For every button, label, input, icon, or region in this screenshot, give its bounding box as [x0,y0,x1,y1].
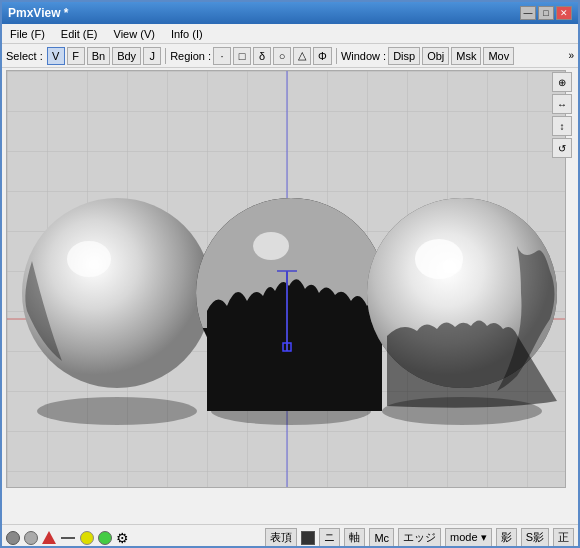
shape-btn-rect[interactable]: □ [233,47,251,65]
toolbar-sep-1 [165,48,166,64]
window-label: Window : [341,50,386,62]
maximize-button[interactable]: □ [538,6,554,20]
title-bar: PmxView * — □ ✕ [2,2,578,24]
svg-point-20 [442,258,462,274]
menu-file[interactable]: File (F) [6,26,49,42]
status-btn-jiku[interactable]: 軸 [344,528,365,548]
status-color-box[interactable] [301,531,315,545]
menu-bar: File (F) Edit (E) View (V) Info (I) [2,24,578,44]
status-gear-icon[interactable]: ⚙ [116,530,129,546]
toolbar-overflow[interactable]: » [568,50,574,61]
status-icon-2 [24,531,38,545]
select-btn-bn[interactable]: Bn [87,47,110,65]
close-button[interactable]: ✕ [556,6,572,20]
menu-edit[interactable]: Edit (E) [57,26,102,42]
window-frame: PmxView * — □ ✕ File (F) Edit (E) View (… [0,0,580,548]
svg-point-5 [22,198,212,388]
window-btn-msk[interactable]: Msk [451,47,481,65]
select-btn-j[interactable]: J [143,47,161,65]
status-btn-mode[interactable]: mode ▾ [445,528,492,548]
status-btn-sei[interactable]: 正 [553,528,574,548]
status-triangle-icon [42,531,56,544]
status-btn-kage[interactable]: 影 [496,528,517,548]
region-label: Region : [170,50,211,62]
status-icon-1 [6,531,20,545]
status-bar: ⚙ 表頂 ニ 軸 Mc エッジ mode ▾ 影 S影 正 [2,524,578,548]
select-btn-v[interactable]: V [47,47,65,65]
window-btn-disp[interactable]: Disp [388,47,420,65]
window-controls: — □ ✕ [520,6,572,20]
viewport-svg [6,70,566,488]
svg-point-12 [253,232,289,260]
svg-point-6 [67,241,111,277]
toolbar: Select : V F Bn Bdy J Region : · □ δ ○ △… [2,44,578,68]
main-area: File (F) Edit (E) View (V) Info (I) Sele… [2,24,578,548]
shape-btn-phi[interactable]: Φ [313,47,332,65]
status-icon-yellow [80,531,94,545]
move-icon[interactable]: ⊕ [552,72,572,92]
window-title: PmxView * [8,6,68,20]
status-btn-skage[interactable]: S影 [521,528,549,548]
select-btn-bdy[interactable]: Bdy [112,47,141,65]
viewport-container: ⊕ ↔ ↕ ↺ [6,70,574,522]
window-btn-mov[interactable]: Mov [483,47,514,65]
status-btn-mc[interactable]: Mc [369,528,394,548]
right-toolbar: ⊕ ↔ ↕ ↺ [552,72,572,158]
toolbar-sep-2 [336,48,337,64]
window-btn-obj[interactable]: Obj [422,47,449,65]
status-icon-green [98,531,112,545]
menu-view[interactable]: View (V) [110,26,159,42]
minimize-button[interactable]: — [520,6,536,20]
menu-info[interactable]: Info (I) [167,26,207,42]
rotate-h-icon[interactable]: ↔ [552,94,572,114]
status-line-icon [61,537,75,539]
shape-btn-tri[interactable]: △ [293,47,311,65]
select-label: Select : [6,50,43,62]
shape-btn-delta[interactable]: δ [253,47,271,65]
svg-point-4 [37,397,197,425]
status-btn-edge[interactable]: エッジ [398,528,441,548]
shape-btn-circle[interactable]: ○ [273,47,291,65]
rotate-v-icon[interactable]: ↕ [552,116,572,136]
status-btn-hyocho[interactable]: 表頂 [265,528,297,548]
region-dot-btn[interactable]: · [213,47,231,65]
status-btn-ni[interactable]: ニ [319,528,340,548]
select-btn-f[interactable]: F [67,47,85,65]
reset-icon[interactable]: ↺ [552,138,572,158]
